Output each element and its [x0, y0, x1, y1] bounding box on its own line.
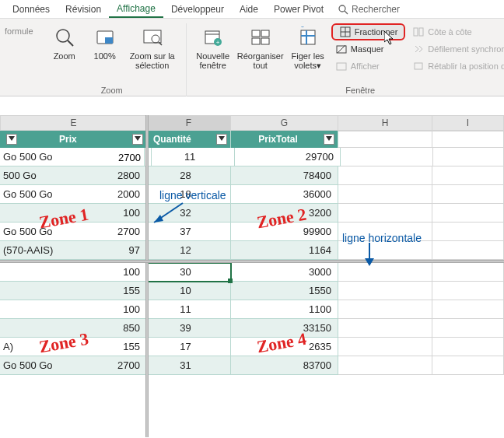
- tab-powerpivot[interactable]: Power Pivot: [266, 2, 331, 17]
- colhead-I[interactable]: I: [432, 115, 504, 131]
- table-row: 100303000: [0, 263, 504, 282]
- colhead-F[interactable]: F: [147, 115, 231, 131]
- tab-donnees[interactable]: Données: [5, 2, 58, 17]
- arrange-all-icon: [248, 25, 273, 50]
- zoom-button[interactable]: Zoom: [44, 23, 85, 61]
- filter-dropdown-prix[interactable]: [132, 134, 143, 145]
- th-prixtotal: PrixTotal: [231, 131, 338, 148]
- search-icon: [338, 4, 348, 15]
- svg-point-2: [57, 30, 69, 42]
- svg-rect-29: [419, 28, 423, 36]
- tab-aide[interactable]: Aide: [232, 2, 266, 17]
- sync-scroll-button: Défilement synchrone: [408, 40, 504, 58]
- group-window-label: Fenêtre: [345, 86, 375, 96]
- reset-position-button: Rétablir la position de la f: [408, 58, 504, 75]
- table-header-row: Prix Quantité PrixTotal: [0, 131, 504, 148]
- sync-scroll-icon: [412, 43, 425, 55]
- tab-affichage[interactable]: Affichage: [109, 1, 163, 18]
- new-window-button[interactable]: + Nouvelle fenêtre: [193, 23, 233, 70]
- filter-dropdown-e[interactable]: [6, 134, 17, 145]
- group-zoom: Zoom 100% Zoom sur la sélection Zoom: [38, 23, 187, 96]
- th-prix-label: Prix: [59, 134, 77, 145]
- freeze-panes-label: Figer les volets▾: [289, 51, 327, 70]
- group-window: + Nouvelle fenêtre Réorganiser tout * Fi…: [187, 23, 504, 96]
- zoom-label: Zoom: [54, 51, 75, 61]
- svg-marker-31: [9, 136, 15, 141]
- table-row: Go 500 Go27003799900: [0, 223, 504, 241]
- window-small-col-2: Côte à côte Défilement synchrone Rétabli…: [408, 23, 504, 75]
- freeze-panes-button[interactable]: * Figer les volets▾: [288, 23, 328, 70]
- arrange-all-button[interactable]: Réorganiser tout: [233, 23, 288, 70]
- colhead-E[interactable]: E: [0, 115, 147, 131]
- reset-position-label: Rétablir la position de la f: [428, 61, 504, 71]
- zoom-selection-button[interactable]: Zoom sur la sélection: [125, 23, 180, 70]
- hide-icon: [335, 43, 348, 55]
- zoom-selection-label: Zoom sur la sélection: [127, 51, 178, 70]
- ribbon: formule Zoom 100% Zoom sur la sélection: [0, 19, 504, 96]
- tell-me-search[interactable]: Rechercher: [338, 4, 400, 15]
- zoom-100-button[interactable]: 100%: [85, 23, 125, 61]
- svg-line-3: [68, 40, 73, 46]
- hide-button[interactable]: Masquer: [331, 40, 406, 58]
- sync-scroll-label: Défilement synchrone: [428, 44, 504, 54]
- zoom-100-icon: [93, 25, 117, 50]
- selected-cell[interactable]: 30: [147, 263, 231, 282]
- table-row: (570-AAIS)97121164: [0, 241, 504, 260]
- tab-developpeur[interactable]: Développeur: [163, 2, 232, 17]
- svg-marker-32: [135, 136, 141, 141]
- arrange-all-label: Réorganiser tout: [235, 51, 286, 70]
- svg-rect-30: [415, 63, 422, 69]
- split-label: Fractionner: [355, 27, 398, 37]
- window-small-col-1: Fractionner Masquer Afficher: [331, 23, 406, 75]
- grid-body: Go 500 Go1129700 500 Go28002878400 Go 50…: [0, 148, 504, 437]
- side-by-side-icon: [412, 26, 425, 38]
- group-zoom-label: Zoom: [101, 86, 123, 96]
- zoom-selection-icon: [140, 25, 165, 50]
- th-quantite: Quantité: [147, 131, 231, 148]
- svg-text:*: *: [301, 26, 304, 32]
- spreadsheet-grid[interactable]: E F G H I Prix Quantité PrixTotal Go 500…: [0, 115, 504, 437]
- svg-marker-33: [219, 136, 225, 141]
- table-row: 8503933150: [0, 319, 504, 338]
- ribbon-tabs: Données Révision Affichage Développeur A…: [0, 0, 504, 19]
- filter-dropdown-prixtotal[interactable]: [324, 134, 334, 145]
- th-blank-h: [338, 131, 432, 148]
- unhide-icon: [335, 60, 348, 72]
- th-prixtotal-label: PrixTotal: [258, 134, 297, 145]
- tell-me-label: Rechercher: [352, 4, 400, 15]
- svg-rect-13: [252, 30, 260, 37]
- side-by-side-label: Côte à côte: [428, 27, 471, 37]
- table-row: 155101550: [0, 282, 504, 300]
- table-row: Go 500 Go20001836000: [0, 185, 504, 204]
- split-button[interactable]: Fractionner: [331, 23, 406, 40]
- svg-line-1: [345, 11, 348, 14]
- zoom-icon: [52, 25, 77, 50]
- svg-rect-27: [337, 63, 346, 70]
- table-row: 100111100: [0, 300, 504, 319]
- new-window-icon: +: [201, 25, 226, 50]
- freeze-panes-icon: *: [296, 25, 320, 50]
- table-row: Go 500 Go1129700: [0, 148, 504, 166]
- filter-dropdown-quantite[interactable]: [216, 134, 227, 145]
- svg-marker-34: [326, 136, 332, 141]
- table-row: A)155172635: [0, 338, 504, 356]
- unhide-button: Afficher: [331, 58, 406, 75]
- formula-bar-fragment: formule: [0, 23, 38, 39]
- horizontal-split-bar[interactable]: [0, 260, 504, 263]
- svg-rect-15: [252, 38, 260, 44]
- reset-position-icon: [412, 60, 425, 72]
- svg-point-0: [339, 5, 345, 12]
- svg-text:+: +: [215, 39, 219, 46]
- svg-rect-16: [261, 38, 269, 44]
- colhead-G[interactable]: G: [231, 115, 338, 131]
- vertical-split-bar[interactable]: [145, 115, 149, 437]
- svg-rect-28: [414, 28, 418, 36]
- hide-label: Masquer: [351, 44, 384, 54]
- table-row: 100323200: [0, 204, 504, 223]
- svg-rect-5: [105, 37, 113, 44]
- colhead-H[interactable]: H: [338, 115, 432, 131]
- tab-revision[interactable]: Révision: [58, 2, 109, 17]
- table-row: 500 Go28002878400: [0, 166, 504, 185]
- svg-rect-14: [261, 30, 269, 37]
- svg-rect-17: [301, 30, 315, 44]
